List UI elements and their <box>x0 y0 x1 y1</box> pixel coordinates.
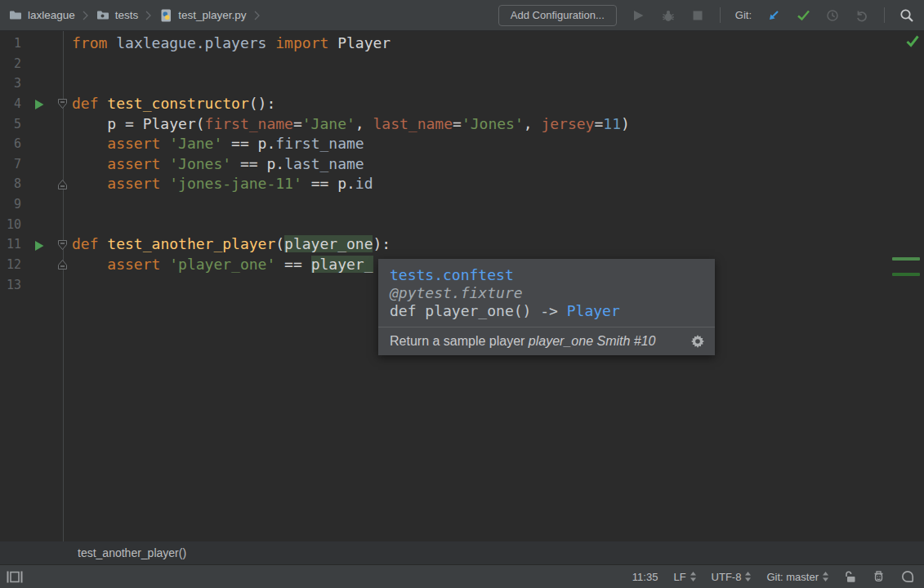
updown-arrows-icon <box>745 572 751 581</box>
fold-open-icon[interactable] <box>57 98 68 109</box>
search-icon[interactable] <box>899 8 914 23</box>
caret-position-widget[interactable]: 11:35 <box>632 571 658 583</box>
git-label: Git: <box>735 9 752 21</box>
line-number: 2 <box>0 54 21 74</box>
doc-return-type-link[interactable]: Player <box>567 302 620 319</box>
error-stripe-mark[interactable] <box>892 273 920 276</box>
doc-text-normal: Return a sample player <box>390 334 529 348</box>
line-number: 9 <box>0 194 21 215</box>
breadcrumb-function[interactable]: test_another_player() <box>78 546 186 559</box>
line-number: 5 <box>0 114 21 135</box>
line-number: 1 <box>0 33 21 54</box>
statusbar-widgets: 11:35 LF UTF-8 Git: master <box>632 570 914 583</box>
fold-close-icon[interactable] <box>57 259 68 270</box>
code-line[interactable]: 3 <box>0 74 924 94</box>
editor-breadcrumbs-bar: test_another_player() <box>0 541 924 564</box>
error-stripe-mark[interactable] <box>892 257 920 261</box>
doc-signature-text: def player_one() -> <box>390 302 567 319</box>
doc-description: Return a sample player player_one Smith … <box>378 327 715 355</box>
breadcrumb: laxleague tests test_player.py <box>8 8 261 23</box>
code-line[interactable]: 7 assert 'Jones' == p.last_name <box>0 154 924 175</box>
code-text: from laxleague.players import Player <box>72 33 391 54</box>
code-text: assert 'Jones' == p.last_name <box>72 154 364 175</box>
git-branch-widget[interactable]: Git: master <box>766 571 828 583</box>
status-bar: 11:35 LF UTF-8 Git: master <box>0 564 924 588</box>
code-text: p = Player(first_name='Jane', last_name=… <box>72 114 630 135</box>
toolwindow-toggle-icon[interactable] <box>7 571 23 583</box>
folder-icon <box>8 8 23 23</box>
chevron-right-icon <box>254 11 260 20</box>
line-number: 10 <box>0 215 21 235</box>
code-line[interactable]: 10 <box>0 215 924 235</box>
line-number: 12 <box>0 255 21 275</box>
debug-icon[interactable] <box>661 8 676 23</box>
code-text: def test_another_player(player_one): <box>72 234 391 255</box>
history-icon[interactable] <box>825 8 840 23</box>
main-toolbar: Add Configuration... Git: <box>498 5 914 26</box>
package-folder-icon <box>96 8 110 23</box>
ide-window: laxleague tests test_player.py <box>0 0 924 588</box>
encoding-widget[interactable]: UTF-8 <box>712 571 752 583</box>
fold-close-icon[interactable] <box>57 179 68 190</box>
line-number: 3 <box>0 74 21 94</box>
navigation-bar: laxleague tests test_player.py <box>0 0 924 31</box>
toolbar-separator <box>884 7 885 23</box>
breadcrumb-label: laxleague <box>28 9 75 21</box>
breadcrumb-item-file[interactable]: test_player.py <box>158 8 246 23</box>
breadcrumb-item-tests[interactable]: tests <box>96 8 139 23</box>
run-icon[interactable] <box>632 8 646 23</box>
inspections-ok-icon[interactable] <box>905 33 920 48</box>
run-test-icon[interactable] <box>34 99 44 109</box>
updown-arrows-icon <box>690 572 696 581</box>
line-number: 8 <box>0 174 21 194</box>
line-number: 6 <box>0 134 21 154</box>
code-line[interactable]: 5 p = Player(first_name='Jane', last_nam… <box>0 114 924 135</box>
editor[interactable]: 1from laxleague.players import Player234… <box>0 31 924 541</box>
line-number: 11 <box>0 234 21 255</box>
doc-module-link[interactable]: tests.conftest <box>390 266 703 284</box>
toolbar-separator <box>720 7 721 23</box>
add-configuration-button[interactable]: Add Configuration... <box>498 5 617 26</box>
line-number: 13 <box>0 275 21 296</box>
hector-inspector-icon[interactable] <box>872 570 886 583</box>
updown-arrows-icon <box>823 572 828 581</box>
breadcrumb-label: test_player.py <box>178 9 246 21</box>
chevron-right-icon <box>83 11 88 20</box>
code-line[interactable]: 8 assert 'jones-jane-11' == p.id <box>0 174 924 194</box>
doc-signature-block: tests.conftest @pytest.fixture def playe… <box>378 259 715 327</box>
code-text: def test_constructor(): <box>72 94 275 114</box>
rollback-icon[interactable] <box>855 8 869 23</box>
doc-description-text: Return a sample player player_one Smith … <box>390 334 656 349</box>
code-area: 1from laxleague.players import Player234… <box>0 33 924 295</box>
quick-doc-popup: tests.conftest @pytest.fixture def playe… <box>378 259 715 355</box>
code-line[interactable]: 6 assert 'Jane' == p.first_name <box>0 134 924 154</box>
code-text: assert 'player_one' == player_ <box>72 255 373 275</box>
code-text: assert 'jones-jane-11' == p.id <box>72 174 373 194</box>
code-line[interactable]: 1from laxleague.players import Player <box>0 33 924 54</box>
doc-decorator: @pytest.fixture <box>390 284 703 302</box>
code-line[interactable]: 11def test_another_player(player_one): <box>0 234 924 255</box>
line-separator-widget[interactable]: LF <box>673 571 695 583</box>
git-commit-icon[interactable] <box>796 8 810 23</box>
line-number: 4 <box>0 94 21 114</box>
code-line[interactable]: 9 <box>0 194 924 215</box>
notifications-icon[interactable] <box>901 570 914 583</box>
encoding: UTF-8 <box>712 571 742 583</box>
chevron-right-icon <box>145 11 151 20</box>
gear-icon[interactable] <box>690 334 705 349</box>
git-branch: Git: master <box>766 571 819 583</box>
doc-signature: def player_one() -> Player <box>390 302 703 320</box>
code-line[interactable]: 4def test_constructor(): <box>0 94 924 114</box>
git-update-icon[interactable] <box>766 8 781 23</box>
line-number: 7 <box>0 154 21 175</box>
breadcrumb-item-laxleague[interactable]: laxleague <box>8 8 75 23</box>
unlock-icon[interactable] <box>844 570 856 583</box>
fold-open-icon[interactable] <box>57 239 68 251</box>
line-separator: LF <box>673 571 685 583</box>
stop-icon[interactable] <box>690 8 705 23</box>
code-line[interactable]: 2 <box>0 54 924 74</box>
run-test-icon[interactable] <box>34 239 44 250</box>
doc-text-italic: player_one Smith #10 <box>529 334 656 348</box>
breadcrumb-label: tests <box>115 9 139 21</box>
python-file-icon <box>158 8 173 23</box>
